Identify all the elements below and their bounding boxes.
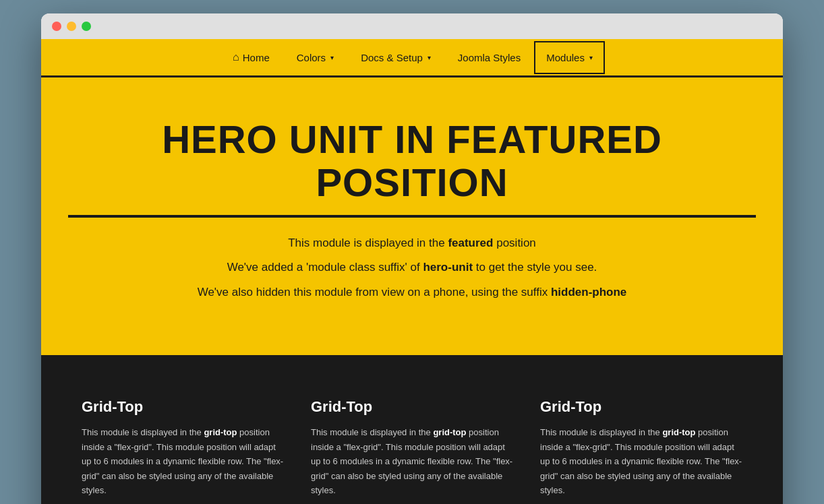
- grid-card-2-text: This module is displayed in the grid-top…: [311, 425, 513, 497]
- hero-text-line2-bold: hero-unit: [423, 261, 473, 274]
- grid-card-3-title: Grid-Top: [540, 398, 742, 416]
- grid-card-2-text-pre: This module is displayed in the: [311, 427, 433, 437]
- chevron-down-icon-docs: ▾: [428, 54, 431, 61]
- nav-items: ⌂ Home Colors ▾ Docs & Setup ▾: [219, 39, 605, 75]
- nav-item-modules[interactable]: Modules ▾: [534, 41, 605, 74]
- grid-card-2-text-post: position inside a "flex-grid". This modu…: [311, 427, 512, 495]
- grid-card-3-text-pre: This module is displayed in the: [540, 427, 662, 437]
- maximize-button[interactable]: [82, 22, 91, 31]
- nav-label-joomla: Joomla Styles: [458, 52, 521, 63]
- hero-text-line2: We've added a 'module class suffix' of h…: [68, 258, 756, 278]
- nav-link-joomla[interactable]: Joomla Styles: [444, 40, 534, 75]
- grid-card-1-title: Grid-Top: [82, 398, 284, 416]
- nav-label-colors: Colors: [297, 52, 326, 63]
- nav-label-modules: Modules: [546, 52, 585, 63]
- hero-title: HERO UNIT IN FEATURED POSITION: [68, 118, 756, 204]
- hero-text-line1-bold: featured: [448, 237, 493, 249]
- grid-card-1: Grid-Top This module is displayed in the…: [82, 398, 284, 497]
- chevron-down-icon: ▾: [330, 54, 334, 61]
- nav-label-home: Home: [243, 52, 270, 63]
- hero-section: HERO UNIT IN FEATURED POSITION This modu…: [41, 77, 783, 358]
- grid-card-3-text-bold: grid-top: [662, 427, 695, 437]
- close-button[interactable]: [52, 22, 61, 31]
- nav-link-home[interactable]: ⌂ Home: [219, 39, 283, 75]
- nav-link-modules[interactable]: Modules ▾: [534, 41, 605, 74]
- chevron-down-icon-modules: ▾: [589, 54, 593, 61]
- nav-item-home[interactable]: ⌂ Home: [219, 39, 283, 75]
- grid-card-3: Grid-Top This module is displayed in the…: [540, 398, 742, 497]
- grid-card-2-text-bold: grid-top: [433, 427, 466, 437]
- hero-text-line3-bold: hidden-phone: [551, 286, 626, 298]
- hero-text-line3-pre: We've also hidden this module from view …: [198, 286, 551, 298]
- nav-item-joomla[interactable]: Joomla Styles: [444, 40, 534, 75]
- grid-card-1-text-post: position inside a "flex-grid". This modu…: [82, 427, 283, 495]
- nav-link-colors[interactable]: Colors ▾: [283, 40, 347, 75]
- browser-content: ⌂ Home Colors ▾ Docs & Setup ▾: [41, 39, 783, 504]
- hero-text-line2-pre: We've added a 'module class suffix' of: [227, 261, 423, 274]
- browser-window: ⌂ Home Colors ▾ Docs & Setup ▾: [41, 13, 783, 504]
- grid-card-1-text-pre: This module is displayed in the: [82, 427, 204, 437]
- grid-card-2: Grid-Top This module is displayed in the…: [311, 398, 513, 497]
- minimize-button[interactable]: [67, 22, 76, 31]
- nav-item-colors[interactable]: Colors ▾: [283, 40, 347, 75]
- nav-label-docs: Docs & Setup: [361, 52, 423, 63]
- grid-card-1-text: This module is displayed in the grid-top…: [82, 425, 284, 497]
- grid-card-3-text-post: position inside a "flex-grid". This modu…: [540, 427, 742, 495]
- hero-text-line2-post: to get the style you see.: [473, 261, 597, 274]
- grid-card-3-text: This module is displayed in the grid-top…: [540, 425, 742, 497]
- nav-link-docs[interactable]: Docs & Setup ▾: [347, 40, 444, 75]
- nav-item-docs[interactable]: Docs & Setup ▾: [347, 40, 444, 75]
- home-icon: ⌂: [233, 51, 239, 63]
- hero-divider: [68, 215, 756, 218]
- hero-text-line3: We've also hidden this module from view …: [68, 283, 756, 303]
- browser-titlebar: [41, 13, 783, 39]
- grid-section: Grid-Top This module is displayed in the…: [41, 358, 783, 504]
- navbar: ⌂ Home Colors ▾ Docs & Setup ▾: [41, 39, 783, 77]
- grid-card-1-text-bold: grid-top: [204, 427, 237, 437]
- hero-text-line1: This module is displayed in the featured…: [68, 234, 756, 253]
- hero-text-line1-pre: This module is displayed in the: [288, 237, 448, 249]
- hero-text-line1-post: position: [493, 237, 535, 249]
- grid-card-2-title: Grid-Top: [311, 398, 513, 416]
